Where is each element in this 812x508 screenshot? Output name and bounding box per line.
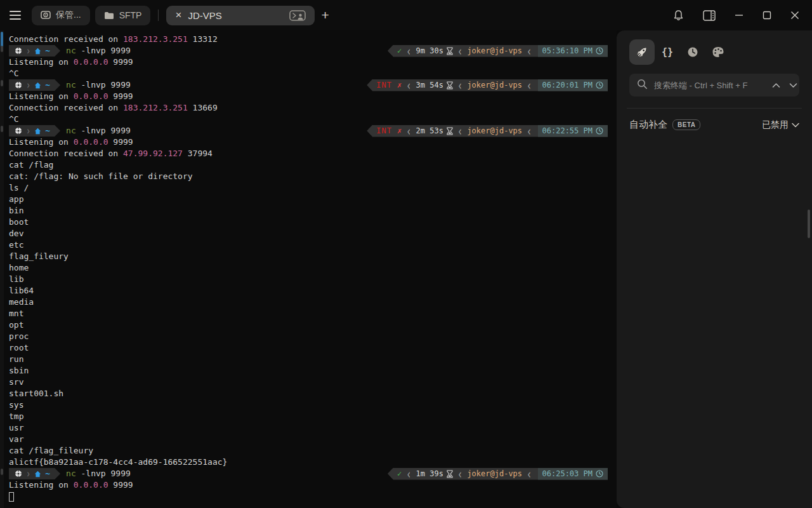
tab-label: SFTP [119,10,142,20]
terminal-line: flag_fileury [9,251,608,262]
terminal-text: 37994 [183,148,213,159]
command-args: -lnvp 9999 [76,125,131,137]
badge-separator: ‹ [457,43,462,60]
terminal-session-icon [289,10,306,21]
terminal-text: ^C [9,114,19,125]
terminal-line: bin [9,205,608,217]
close-tab-icon[interactable]: × [175,9,181,22]
user-host-text: joker@jd-vps [467,79,522,91]
command-text: nc [66,125,76,137]
terminal-text: 9999 [108,479,133,491]
terminal-text: boot [9,217,29,228]
home-icon [34,82,41,89]
tab-vault[interactable]: 保管... [32,6,90,25]
badge-separator: ‹ [527,465,532,483]
terminal-line: srv [9,377,608,388]
terminal-text: 183.212.3.251 [123,102,188,114]
scrollbar-thumb[interactable] [808,210,810,238]
terminal-line: Listening on 0.0.0.0 9999 [9,479,608,491]
titlebar: 保管... SFTP × JD-VPS + [0,0,812,30]
terminal-line: run [9,354,608,365]
user-host-text: joker@jd-vps [467,125,522,137]
close-window-icon[interactable] [790,11,799,20]
terminal-text: cat: /flag: No such file or directory [9,171,193,182]
terminal-text: flag_fileury [9,251,69,262]
terminal-text: opt [9,319,23,331]
tab-label: 保管... [56,10,81,21]
gear-icon [15,47,22,55]
hourglass-icon [447,81,453,90]
autocomplete-dropdown[interactable]: 已禁用 [762,119,799,131]
duration-text: 3m 54s [416,79,443,91]
snippets-braces-icon[interactable]: {} [655,39,680,65]
terminal-text: ^C [9,68,19,79]
clock-icon [596,81,603,89]
terminal-text: dev [9,228,23,239]
folder-icon [104,11,114,20]
minimize-icon[interactable] [735,11,743,20]
terminal-text: 0.0.0.0 [74,479,108,491]
search-prev-chevron-up-icon[interactable] [772,79,780,91]
tab-separator [158,10,159,21]
badge-separator: ‹ [457,123,462,140]
terminal-text: 13312 [188,34,218,45]
terminal-text: 0.0.0.0 [74,57,108,68]
sidebar-divider [627,108,802,109]
command-text: nc [66,79,76,91]
terminal-line: ^C [9,114,608,125]
terminal-line: sys [9,399,608,411]
terminal-line: ^C [9,68,608,79]
search-input[interactable] [654,81,766,90]
tab-bar: 保管... SFTP × JD-VPS [32,6,315,25]
terminal-pane[interactable]: Connection received on 183.212.3.251 133… [0,30,617,508]
bell-icon[interactable] [673,10,684,21]
terminal-line: ›~nc -lnvp 9999✓‹1m 39s‹joker@jd-vps‹06:… [9,468,608,479]
terminal-text: etc [9,239,23,251]
terminal-text: proc [9,331,29,342]
scroll-mark [1,126,3,132]
command-status-badge: INT✗‹3m 54s‹joker@jd-vps‹06:20:01 PM [367,79,608,91]
terminal-text: home [9,262,29,274]
terminal-text: lib [9,274,23,285]
new-tab-button[interactable]: + [321,8,329,23]
menu-icon[interactable] [8,6,27,25]
layout-panel-icon[interactable] [703,10,716,21]
clock-icon [596,127,603,135]
tab-sftp[interactable]: SFTP [95,6,151,25]
terminal-line: Connection received on 47.99.92.127 3799… [9,148,608,159]
interrupt-label: INT [376,125,392,137]
hourglass-icon [447,470,453,478]
terminal-line: cat /flag_fileury [9,445,608,457]
terminal-text: bin [9,205,23,217]
terminal-text: alictf{b8a921aa-c178-4cc4-ad69-166522551… [9,457,227,468]
user-host-text: joker@jd-vps [467,45,522,57]
terminal-line: ›~nc -lnvp 9999INT✗‹2m 53s‹joker@jd-vps‹… [9,125,608,137]
autocomplete-label: 自动补全 [629,119,667,131]
terminal-text: Connection received on [9,102,123,114]
terminal-text: var [9,434,23,445]
terminal-line: sbin [9,365,608,377]
right-sidebar: {} 自动补全 [617,30,812,508]
terminal-text: mnt [9,308,23,319]
search-next-chevron-down-icon[interactable] [789,79,797,91]
terminal-text: sbin [9,365,29,377]
home-icon [34,48,41,55]
search-icon [637,79,648,92]
terminal-text: 183.212.3.251 [123,34,188,45]
terminal-line: boot [9,217,608,228]
terminal-line [9,491,608,502]
tab-jd-vps[interactable]: × JD-VPS [166,6,315,25]
command-args: -lnvp 9999 [76,45,131,57]
terminal-content[interactable]: Connection received on 183.212.3.251 133… [4,30,617,508]
success-check-icon: ✓ [397,468,402,479]
history-clock-icon[interactable] [680,39,705,65]
badge-separator: ‹ [527,77,532,94]
terminal-search-box[interactable] [629,74,799,97]
rocket-icon[interactable] [629,39,655,65]
badge-separator: ‹ [406,43,411,60]
command-status-badge: INT✗‹2m 53s‹joker@jd-vps‹06:22:55 PM [367,125,608,137]
window-controls [673,10,799,21]
palette-icon[interactable] [705,39,731,65]
terminal-text: cat /flag [9,159,53,171]
maximize-icon[interactable] [763,11,771,20]
